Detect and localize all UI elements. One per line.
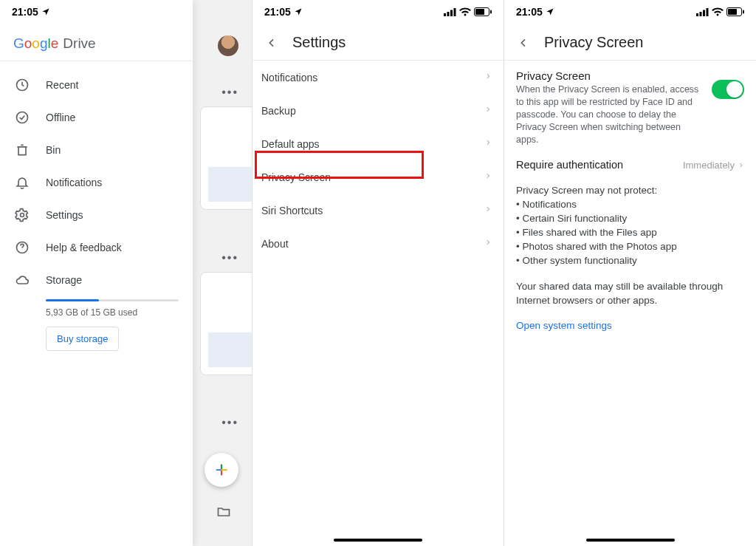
chevron-right-icon — [484, 171, 492, 183]
storage-progress — [46, 299, 179, 301]
home-indicator[interactable] — [334, 539, 422, 542]
svg-rect-12 — [700, 12, 702, 16]
status-bar: 21:05 — [252, 0, 504, 24]
chevron-left-icon — [518, 37, 529, 49]
settings-row-backup[interactable]: Backup — [252, 94, 504, 127]
svg-rect-17 — [743, 10, 744, 14]
warning-item: Notifications — [516, 198, 744, 212]
svg-rect-14 — [707, 8, 709, 16]
drawer-label: Bin — [46, 144, 61, 156]
warning-item: Other system functionality — [516, 254, 744, 268]
status-bar: 21:05 — [0, 0, 193, 24]
drawer-item-bin[interactable]: Bin — [0, 134, 193, 166]
battery-icon — [474, 7, 492, 16]
wifi-icon — [712, 7, 724, 16]
status-time: 21:05 — [516, 6, 543, 18]
row-label: About — [261, 238, 289, 250]
chevron-right-icon — [738, 160, 744, 170]
settings-row-siri[interactable]: Siri Shortcuts — [252, 194, 504, 227]
fab-add[interactable] — [205, 453, 238, 487]
svg-rect-7 — [454, 8, 456, 16]
buy-storage-button[interactable]: Buy storage — [46, 327, 119, 351]
drawer-label: Offline — [46, 112, 75, 123]
wifi-icon — [459, 7, 471, 16]
page-title: Privacy Screen — [544, 34, 644, 51]
back-button[interactable] — [516, 35, 531, 50]
drawer-item-settings[interactable]: Settings — [0, 199, 193, 231]
chevron-right-icon — [484, 237, 492, 250]
drawer-item-notifications[interactable]: Notifications — [0, 166, 193, 199]
warning-item: Files shared with the Files app — [516, 226, 744, 240]
settings-row-default-apps[interactable]: Default apps — [252, 127, 504, 160]
privacy-screen-toggle[interactable] — [712, 80, 744, 99]
row-label: Backup — [261, 105, 296, 117]
shared-data-note: Your shared data may still be available … — [504, 276, 756, 313]
row-label: Privacy Screen — [261, 171, 331, 183]
storage-block: 5,93 GB of 15 GB used Buy storage — [0, 296, 193, 351]
plus-icon — [213, 462, 230, 478]
svg-rect-10 — [490, 10, 492, 14]
warning-item: Certain Siri functionality — [516, 212, 744, 226]
drawer-item-offline[interactable]: Offline — [0, 101, 193, 134]
settings-row-about[interactable]: About — [252, 227, 504, 260]
settings-header: Settings — [252, 24, 504, 61]
drawer-label: Storage — [46, 274, 82, 286]
row-label: Notifications — [261, 72, 317, 83]
require-authentication-row[interactable]: Require authentication Immediately — [504, 150, 756, 180]
status-time: 21:05 — [12, 6, 38, 18]
settings-row-notifications[interactable]: Notifications — [252, 61, 504, 94]
privacy-header: Privacy Screen — [504, 24, 756, 61]
svg-rect-6 — [450, 10, 453, 16]
warning-item: Photos shared with the Photos app — [516, 240, 744, 254]
require-label: Require authentication — [516, 159, 623, 171]
row-label: Siri Shortcuts — [261, 205, 323, 216]
chevron-right-icon — [484, 137, 492, 150]
warning-intro: Privacy Screen may not protect: — [516, 184, 744, 198]
drawer-item-help[interactable]: Help & feedback — [0, 231, 193, 264]
more-icon[interactable]: ••• — [221, 416, 238, 429]
signal-icon — [696, 8, 709, 16]
more-icon[interactable]: ••• — [221, 251, 238, 265]
more-icon[interactable]: ••• — [221, 86, 238, 99]
back-button[interactable] — [264, 35, 279, 50]
chevron-right-icon — [484, 204, 492, 216]
chevron-right-icon — [484, 71, 492, 83]
storage-text: 5,93 GB of 15 GB used — [46, 307, 178, 318]
phone-drawer: ••• ••• ••• 21:05 Googl — [0, 0, 252, 546]
privacy-screen-title: Privacy Screen — [516, 69, 704, 82]
help-icon — [15, 240, 30, 255]
privacy-screen-description: When the Privacy Screen is enabled, acce… — [516, 83, 704, 146]
drawer-menu: Recent Offline Bin Notifications Setting… — [0, 61, 193, 351]
cloud-icon — [15, 273, 30, 287]
drive-list-peek: ••• ••• ••• — [193, 0, 252, 546]
gear-icon — [15, 208, 30, 222]
row-label: Default apps — [261, 138, 320, 150]
file-thumbnail[interactable] — [200, 272, 252, 375]
chevron-right-icon — [484, 104, 492, 117]
open-system-settings-link[interactable]: Open system settings — [504, 313, 756, 338]
svg-rect-13 — [703, 10, 705, 16]
settings-row-privacy-screen[interactable]: Privacy Screen — [252, 160, 504, 194]
signal-icon — [444, 8, 456, 16]
location-icon — [41, 7, 50, 16]
offline-icon — [15, 110, 30, 125]
drawer-label: Help & feedback — [46, 242, 122, 253]
drawer-item-recent[interactable]: Recent — [0, 69, 193, 101]
bin-icon — [15, 143, 30, 157]
page-title: Settings — [292, 34, 346, 51]
svg-rect-11 — [696, 13, 698, 16]
svg-rect-5 — [447, 12, 450, 16]
bell-icon — [15, 175, 30, 190]
nav-drawer: 21:05 Google Drive Recent Offline — [0, 0, 193, 546]
location-icon — [546, 7, 554, 16]
privacy-warning: Privacy Screen may not protect: Notifica… — [504, 180, 756, 275]
file-thumbnail[interactable] — [200, 106, 252, 210]
battery-icon — [726, 7, 744, 16]
avatar[interactable] — [218, 35, 238, 56]
svg-rect-16 — [728, 9, 737, 15]
folder-tab-icon[interactable] — [216, 505, 231, 522]
home-indicator[interactable] — [586, 539, 675, 542]
svg-point-2 — [21, 214, 24, 217]
drawer-item-storage[interactable]: Storage — [0, 264, 193, 296]
phone-privacy-screen: 21:05 Privacy Screen Privacy Screen When… — [504, 0, 756, 546]
